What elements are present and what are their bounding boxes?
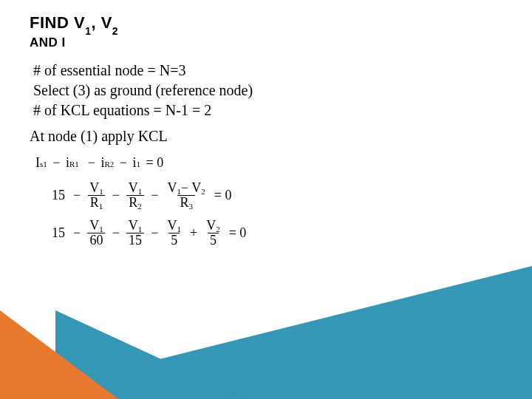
eq2-f3nm: − bbox=[181, 180, 188, 195]
eq2-f3ds: 3 bbox=[188, 202, 193, 211]
eq3-f1n: V bbox=[89, 218, 99, 233]
eq3-frac3: V1 5 bbox=[165, 219, 183, 248]
eq2-frac1: V1 R1 bbox=[87, 181, 106, 210]
eq2-f2ds: 2 bbox=[137, 202, 142, 211]
eq2-f3n1: V bbox=[167, 180, 177, 195]
equation-1: Is1 − iR1 − iR2 − i1 = 0 bbox=[35, 155, 532, 171]
eq3-frac1: V1 60 bbox=[87, 219, 106, 248]
eq3-f3d: 5 bbox=[168, 233, 180, 248]
eq3-f4n: V bbox=[206, 218, 216, 233]
eq2-frac3: V1− V2 R3 bbox=[165, 181, 207, 210]
content-line-1: # of essential node = N=3 bbox=[33, 61, 532, 81]
eq2-f2n: V bbox=[129, 180, 138, 195]
title-sub-2: 2 bbox=[112, 25, 118, 37]
decoration-triangle-orange bbox=[0, 310, 118, 399]
content-block: # of essential node = N=3 Select (3) as … bbox=[0, 50, 532, 120]
eq2-f1ds: 1 bbox=[99, 202, 103, 211]
eq3-f3ns: 1 bbox=[177, 225, 181, 233]
eq2-f3d: R bbox=[180, 195, 188, 210]
eq2-f1n: V bbox=[89, 180, 99, 195]
eq3-f3n: V bbox=[167, 218, 177, 233]
eq3-lead: 15 bbox=[52, 225, 65, 241]
eq3-f4ns: 2 bbox=[216, 225, 220, 233]
eq1-iR2-sub: R2 bbox=[104, 160, 114, 168]
eq2-m3: − bbox=[151, 188, 158, 203]
eq2-f2d: R bbox=[129, 195, 137, 210]
eq3-m2: − bbox=[112, 225, 120, 241]
eq1-i1-sub: 1 bbox=[136, 160, 140, 168]
title-text-2: , V bbox=[91, 13, 112, 32]
title-sub-1: 1 bbox=[85, 25, 91, 37]
eq2-f3n2: V bbox=[191, 180, 201, 195]
content-line-3: # of KCL equations = N-1 = 2 bbox=[33, 100, 532, 120]
eq3-f4d: 5 bbox=[208, 233, 219, 248]
eq3-f2ns: 1 bbox=[138, 225, 143, 233]
eq1-m1: − bbox=[52, 155, 60, 170]
eq3-eq: = 0 bbox=[229, 225, 247, 241]
eq3-f1ns: 1 bbox=[99, 225, 103, 233]
eq2-f1d: R bbox=[90, 195, 99, 210]
eq3-m3: − bbox=[151, 225, 158, 241]
eq2-f2ns: 1 bbox=[138, 187, 143, 196]
eq1-m3: − bbox=[120, 155, 127, 170]
title-text-1: FIND V bbox=[30, 13, 85, 32]
equation-3: 15 − V1 60 − V1 15 − V1 5 + V2 5 = 0 bbox=[52, 219, 532, 248]
eq2-lead: 15 bbox=[52, 188, 65, 203]
equation-2: 15 − V1 R1 − V1 R2 − V1− V2 R3 = 0 bbox=[52, 181, 532, 210]
eq3-p1: + bbox=[190, 225, 197, 241]
eq1-iR1-sub: R1 bbox=[69, 160, 79, 168]
eq3-f1d: 60 bbox=[87, 233, 105, 248]
eq3-frac4: V2 5 bbox=[204, 219, 222, 248]
eq2-eq: = 0 bbox=[214, 188, 232, 203]
eq2-f1ns: 1 bbox=[99, 187, 103, 196]
eq1-m2: − bbox=[88, 155, 95, 170]
equation-area: Is1 − iR1 − iR2 − i1 = 0 15 − V1 R1 − V1… bbox=[0, 145, 532, 248]
eq2-f3n2s: 2 bbox=[201, 187, 205, 196]
eq3-frac2: V1 15 bbox=[126, 219, 145, 248]
eq2-m2: − bbox=[112, 188, 120, 203]
page-title: FIND V1, V2 bbox=[30, 13, 532, 34]
eq2-m1: − bbox=[73, 188, 81, 203]
eq2-f3n1s: 1 bbox=[177, 187, 181, 196]
at-node-text: At node (1) apply KCL bbox=[0, 120, 532, 145]
page-subtitle: AND I bbox=[30, 35, 532, 50]
eq1-eq: = 0 bbox=[146, 155, 163, 170]
content-line-2: Select (3) as ground (reference node) bbox=[33, 81, 532, 100]
eq2-frac2: V1 R2 bbox=[126, 181, 145, 210]
eq1-Is-sub: s1 bbox=[40, 160, 47, 168]
eq3-f2n: V bbox=[129, 218, 138, 233]
eq3-m1: − bbox=[73, 225, 81, 241]
eq3-f2d: 15 bbox=[126, 233, 144, 248]
